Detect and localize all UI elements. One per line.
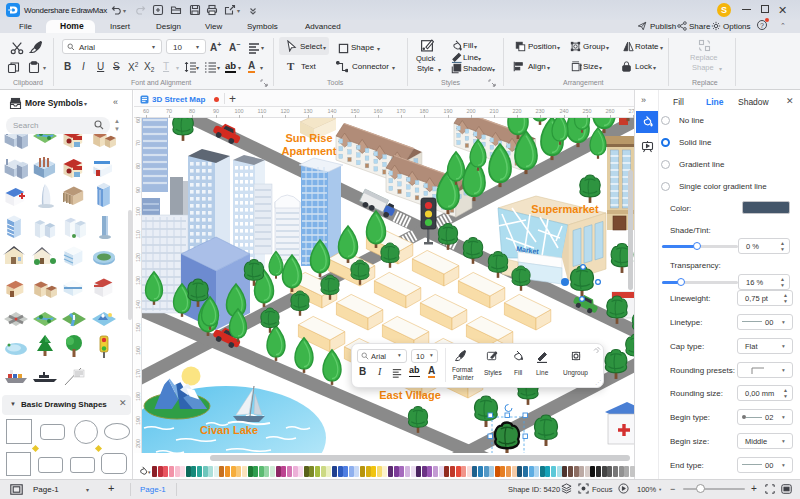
svg-text:Sun Rise: Sun Rise: [285, 132, 332, 144]
svg-text:East Village: East Village: [379, 389, 441, 401]
svg-text:Apartment: Apartment: [281, 145, 336, 157]
svg-text:Civan Lake: Civan Lake: [200, 424, 258, 436]
svg-text:Supermarket: Supermarket: [531, 203, 599, 215]
